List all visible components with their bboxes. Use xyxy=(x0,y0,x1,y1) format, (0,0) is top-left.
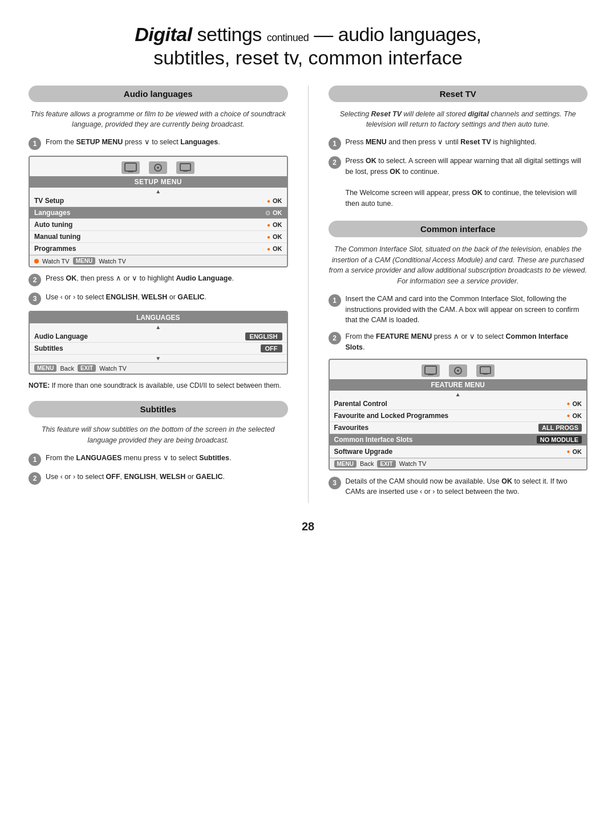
step-3-text: Use ‹ or › to select ENGLISH, WELSH or G… xyxy=(46,292,288,303)
subtitles-header: Subtitles xyxy=(29,401,288,417)
reset-step-2-text: Press OK to select. A screen will appear… xyxy=(346,156,588,209)
audio-step-3: 3 Use ‹ or › to select ENGLISH, WELSH or… xyxy=(29,292,288,305)
setup-icon-sound xyxy=(149,161,167,174)
fm-menu-btn: MENU xyxy=(334,460,356,468)
setup-row-autotuning: Auto tuning ● OK xyxy=(30,219,287,231)
lang-row-audio: Audio Language ENGLISH xyxy=(30,331,287,343)
svg-rect-4 xyxy=(180,164,191,171)
reset-tv-header: Reset TV xyxy=(329,86,588,102)
page: Digital settings continued — audio langu… xyxy=(0,0,616,840)
subtitles-step-1: 1 From the LANGUAGES menu press ∨ to sel… xyxy=(29,453,288,466)
audio-languages-header: Audio languages xyxy=(29,86,288,102)
title-line2: subtitles, reset tv, common interface xyxy=(29,46,587,70)
setup-row-languages: Languages ⊙ OK xyxy=(30,207,287,219)
audio-step-2: 2 Press OK, then press ∧ or ∨ to highlig… xyxy=(29,273,288,286)
feature-menu-title: FEATURE MENU xyxy=(330,379,587,391)
lang-footer: MENU Back EXIT Watch TV xyxy=(30,362,287,374)
reset-tv-section: Reset TV Selecting Reset TV will delete … xyxy=(329,86,588,209)
title-digital: Digital xyxy=(135,23,192,45)
ci-step-1-text: Insert the CAM and card into the Common … xyxy=(346,294,588,326)
footer-dot xyxy=(34,259,39,263)
reset-tv-intro: Selecting Reset TV will delete all store… xyxy=(329,109,588,131)
svg-rect-7 xyxy=(428,374,433,375)
svg-point-9 xyxy=(457,370,459,372)
setup-row-programmes: Programmes ● OK xyxy=(30,243,287,255)
setup-row-manualtuning: Manual tuning ● OK xyxy=(30,231,287,243)
lang-menu-btn: MENU xyxy=(34,364,56,372)
reset-step-2: 2 Press OK to select. A screen will appe… xyxy=(329,156,588,209)
audio-step-1: 1 From the SETUP MENU press ∨ to select … xyxy=(29,137,288,150)
fm-icon-monitor xyxy=(476,364,495,377)
fm-row-favourite-locked: Favourite and Locked Programmes ● OK xyxy=(330,410,587,422)
feature-menu-box: FEATURE MENU ▲ Parental Control ● OK Fav… xyxy=(329,359,588,470)
ci-step-1: 1 Insert the CAM and card into the Commo… xyxy=(329,294,588,326)
lang-row-subtitles: Subtitles OFF xyxy=(30,343,287,355)
page-title: Digital settings continued — audio langu… xyxy=(29,23,587,70)
sub-step-num-1: 1 xyxy=(29,453,41,466)
svg-rect-11 xyxy=(483,374,488,375)
common-interface-intro: The Common Interface Slot, situated on t… xyxy=(329,244,588,287)
svg-rect-0 xyxy=(125,163,136,171)
lang-exit-btn: EXIT xyxy=(78,364,96,372)
sub-step-2-text: Use ‹ or › to select OFF, ENGLISH, WELSH… xyxy=(46,472,288,482)
setup-menu-icons xyxy=(30,157,287,176)
subtitles-step-2: 2 Use ‹ or › to select OFF, ENGLISH, WEL… xyxy=(29,472,288,485)
fm-exit-btn: EXIT xyxy=(377,460,395,468)
step-2-text: Press OK, then press ∧ or ∨ to highlight… xyxy=(46,273,288,284)
fm-icon-sound xyxy=(449,364,467,377)
footer-menu-btn: MENU xyxy=(73,257,95,265)
ci-step-3: 3 Details of the CAM should now be avail… xyxy=(329,476,588,498)
svg-rect-5 xyxy=(183,171,188,172)
subtitles-section: Subtitles This feature will show subtitl… xyxy=(29,401,288,485)
left-column: Audio languages This feature allows a pr… xyxy=(29,86,288,504)
step-num-1: 1 xyxy=(29,137,41,150)
common-interface-section: Common interface The Common Interface Sl… xyxy=(329,221,588,497)
ci-step-2-text: From the FEATURE MENU press ∧ or ∨ to se… xyxy=(346,331,588,353)
ci-step-2: 2 From the FEATURE MENU press ∧ or ∨ to … xyxy=(329,331,588,353)
fm-icon-tv xyxy=(422,364,440,377)
step-1-text: From the SETUP MENU press ∨ to select La… xyxy=(46,137,288,148)
languages-menu-box: LANGUAGES ▲ Audio Language ENGLISH Subti… xyxy=(29,311,288,375)
svg-rect-1 xyxy=(128,171,133,172)
ci-step-num-3: 3 xyxy=(329,477,341,489)
setup-icon-monitor xyxy=(176,161,194,174)
reset-step-1: 1 Press MENU and then press ∨ until Rese… xyxy=(329,137,588,150)
svg-rect-10 xyxy=(480,367,491,374)
lang-arrow-down: ▼ xyxy=(30,355,287,362)
sub-step-num-2: 2 xyxy=(29,472,41,485)
audio-languages-intro: This feature allows a programme or film … xyxy=(29,109,288,131)
fm-row-software-upgrade: Software Upgrade ● OK xyxy=(330,446,587,458)
sub-step-1-text: From the LANGUAGES menu press ∨ to selec… xyxy=(46,453,288,464)
lang-arrow-up: ▲ xyxy=(30,323,287,331)
subtitles-intro: This feature will show subtitles on the … xyxy=(29,424,288,446)
title-continued: continued xyxy=(267,32,309,43)
step-num-3: 3 xyxy=(29,293,41,305)
title-rest: — audio languages, xyxy=(309,23,481,45)
ci-step-num-1: 1 xyxy=(329,294,341,307)
reset-step-1-text: Press MENU and then press ∨ until Reset … xyxy=(346,137,588,148)
svg-point-3 xyxy=(157,167,159,169)
page-number: 28 xyxy=(29,520,587,533)
setup-menu-box: SETUP MENU ▲ TV Setup ● OK Languages ⊙ O… xyxy=(29,156,288,267)
setup-row-tvsetup: TV Setup ● OK xyxy=(30,195,287,207)
column-divider xyxy=(308,86,309,504)
audio-languages-section: Audio languages This feature allows a pr… xyxy=(29,86,288,391)
fm-row-parental: Parental Control ● OK xyxy=(330,398,587,410)
setup-menu-title: SETUP MENU xyxy=(30,176,287,188)
lang-menu-title: LANGUAGES xyxy=(30,312,287,323)
fm-row-common-interface: Common Interface Slots NO MODULE xyxy=(330,434,587,446)
feature-menu-footer: MENU Back EXIT Watch TV xyxy=(330,458,587,469)
setup-menu-footer: Watch TV MENU Watch TV xyxy=(30,255,287,266)
common-interface-header: Common interface xyxy=(329,221,588,237)
svg-rect-6 xyxy=(425,366,436,374)
fm-arrow-up: ▲ xyxy=(330,391,587,398)
reset-step-num-2: 2 xyxy=(329,156,341,169)
fm-row-favourites: Favourites ALL PROGS xyxy=(330,422,587,434)
step-num-2: 2 xyxy=(29,274,41,286)
reset-step-num-1: 1 xyxy=(329,137,341,150)
setup-menu-arrow-up: ▲ xyxy=(30,188,287,195)
right-column: Reset TV Selecting Reset TV will delete … xyxy=(329,86,588,504)
ci-step-3-text: Details of the CAM should now be availab… xyxy=(346,476,588,498)
audio-note: NOTE: If more than one soundtrack is ava… xyxy=(29,380,288,391)
ci-step-num-2: 2 xyxy=(329,332,341,344)
